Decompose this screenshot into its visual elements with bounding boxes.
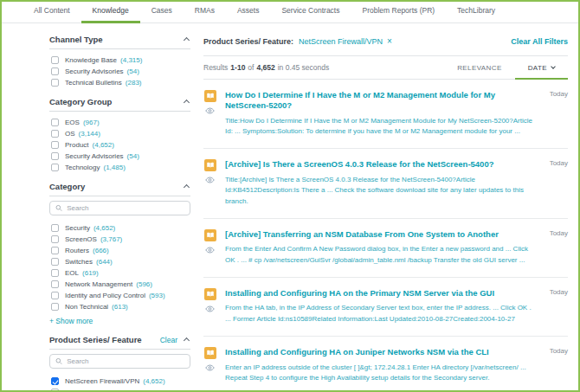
option-label: Technology: [65, 164, 100, 171]
checkbox[interactable]: [51, 303, 59, 311]
results-bar: Results 1-10 of 4,652 in 0.45 seconds RE…: [203, 55, 568, 80]
category-options: Security (4,652) ScreenOS (3,767) Router…: [49, 217, 190, 312]
filter-option-network-management[interactable]: Network Management (596): [49, 280, 190, 289]
show-more-link[interactable]: + Show more: [49, 317, 190, 325]
filters-sidebar: Channel Type Knowledge Base (4,315) Secu…: [49, 32, 190, 390]
option-count: (596): [136, 280, 152, 288]
tab-all-content[interactable]: All Content: [23, 1, 81, 23]
filter-option-knowledge-base[interactable]: Knowledge Base (4,315): [49, 55, 190, 65]
checkbox[interactable]: [51, 247, 59, 254]
filter-option-eos[interactable]: EOS (967): [49, 118, 190, 127]
checkbox[interactable]: [51, 130, 59, 138]
result-body: Installing and Configuring HA on Juniper…: [225, 347, 568, 383]
filter-option-non-technical[interactable]: Non Technical (613): [49, 302, 190, 312]
filter-option-identity-policy-control[interactable]: Identity and Policy Control (593): [49, 291, 190, 300]
filter-option-switches[interactable]: Switches (644): [49, 257, 190, 267]
checkbox[interactable]: [51, 56, 59, 64]
result-title-link[interactable]: Installing and Configuring HA on Juniper…: [225, 347, 550, 357]
filter-option-netscreen-firewall-vpn[interactable]: NetScreen Firewall/VPN (4,652): [49, 376, 190, 386]
filter-option-technology[interactable]: Technology (1,485): [49, 163, 190, 172]
search-result: Installing and Configuring HA on the Pri…: [203, 278, 568, 337]
kb-search-page: All Content Knowledge Cases RMAs Assets …: [0, 0, 580, 392]
active-filter-label: Product Series/ Feature:: [203, 37, 293, 46]
top-tab-bar: All Content Knowledge Cases RMAs Assets …: [2, 2, 578, 23]
result-snippet: Enter an IP address outside of the clust…: [225, 363, 568, 384]
filter-option-security-advisories-group[interactable]: Security Advisories (54): [49, 151, 190, 161]
filter-section-product-series-header[interactable]: Product Series/ Feature Clear: [49, 332, 190, 350]
checkbox[interactable]: [51, 224, 59, 232]
option-label: ScreenOS: [65, 235, 97, 243]
checkbox[interactable]: [51, 164, 59, 171]
filter-option-screenos[interactable]: ScreenOS (3,767): [49, 235, 190, 244]
preview-eye-icon[interactable]: [205, 305, 215, 312]
checkbox[interactable]: [51, 280, 59, 288]
clear-section-link[interactable]: Clear: [160, 336, 177, 344]
product-series-search: [49, 354, 190, 369]
tab-assets[interactable]: Assets: [226, 1, 271, 23]
checkbox[interactable]: [51, 79, 59, 87]
tab-service-contracts[interactable]: Service Contracts: [270, 1, 351, 23]
filter-option-technical-bulletins[interactable]: Technical Bulletins (283): [49, 78, 190, 87]
clear-all-filters-link[interactable]: Clear All Filters: [511, 37, 568, 46]
checkbox-checked[interactable]: [51, 377, 59, 385]
filter-section-category-header[interactable]: Category: [49, 179, 190, 196]
option-label: Non Technical: [65, 303, 108, 311]
preview-eye-icon[interactable]: [205, 247, 215, 254]
filter-section-channel-type-header[interactable]: Channel Type: [49, 32, 190, 49]
checkbox[interactable]: [51, 258, 59, 266]
filter-option-eol[interactable]: EOL (619): [49, 268, 190, 278]
option-label: Security Advisories: [65, 67, 124, 75]
result-body: [Archive] Transferring an NSM Database F…: [225, 229, 568, 266]
tab-knowledge[interactable]: Knowledge: [81, 1, 140, 23]
checkbox[interactable]: [51, 389, 59, 392]
checkbox[interactable]: [51, 67, 59, 75]
result-date: Today: [550, 159, 568, 167]
sort-relevance-label: RELEVANCE: [457, 64, 501, 72]
tab-rmas[interactable]: RMAs: [184, 1, 226, 23]
option-label: Product: [65, 141, 89, 149]
category-search: [49, 201, 190, 215]
checkbox[interactable]: [51, 119, 59, 126]
result-title-link[interactable]: Installing and Configuring HA on the Pri…: [225, 288, 550, 299]
category-search-input[interactable]: [67, 204, 184, 212]
result-title-link[interactable]: How Do I Determine If I Have the M or M2…: [225, 90, 550, 112]
results-count: Results 1-10 of 4,652 in 0.45 seconds: [203, 56, 332, 79]
tab-cases[interactable]: Cases: [140, 1, 184, 23]
result-title-link[interactable]: [Archive] Is There a ScreenOS 4.0.3 Rele…: [225, 159, 550, 170]
knowledge-article-icon: [204, 229, 216, 241]
option-count: (619): [82, 269, 99, 277]
product-series-search-input[interactable]: [67, 357, 184, 365]
filter-option-security-advisories[interactable]: Security Advisories (54): [49, 67, 190, 76]
filter-option-security[interactable]: Security (4,652): [49, 223, 190, 233]
filter-option-m-series[interactable]: M-Series (3,197): [49, 388, 190, 392]
option-label: OS: [65, 130, 75, 138]
filter-option-product[interactable]: Product (4,652): [49, 140, 190, 150]
option-count: (1,485): [103, 164, 125, 171]
preview-eye-icon[interactable]: [205, 364, 215, 371]
preview-eye-icon[interactable]: [205, 107, 215, 114]
checkbox[interactable]: [51, 235, 59, 243]
sort-date-tab[interactable]: DATE: [515, 56, 568, 79]
option-label: M-Series: [65, 389, 93, 392]
result-title-link[interactable]: [Archive] Transferring an NSM Database F…: [225, 229, 550, 240]
chip-close-icon[interactable]: ×: [387, 37, 392, 46]
checkbox[interactable]: [51, 269, 59, 277]
results-range: 1-10: [230, 63, 245, 72]
sort-relevance-tab[interactable]: RELEVANCE: [444, 56, 514, 79]
knowledge-article-icon: [204, 347, 216, 359]
checkbox[interactable]: [51, 141, 59, 149]
filter-option-os[interactable]: OS (3,144): [49, 129, 190, 138]
filter-option-routers[interactable]: Routers (666): [49, 246, 190, 255]
checkbox[interactable]: [51, 292, 59, 299]
option-count: (666): [93, 247, 109, 254]
search-result: [Archive] Is There a ScreenOS 4.0.3 Rele…: [203, 149, 568, 219]
section-title: Category Group: [49, 97, 112, 106]
option-label: Switches: [65, 258, 93, 266]
tab-problem-reports[interactable]: Problem Reports (PR): [351, 1, 447, 23]
filter-section-category-group-header[interactable]: Category Group: [49, 94, 190, 112]
option-count: (3,144): [79, 130, 100, 138]
preview-eye-icon[interactable]: [205, 177, 215, 183]
knowledge-article-icon: [204, 159, 216, 171]
checkbox[interactable]: [51, 152, 59, 160]
tab-techlibrary[interactable]: TechLibrary: [446, 1, 506, 23]
